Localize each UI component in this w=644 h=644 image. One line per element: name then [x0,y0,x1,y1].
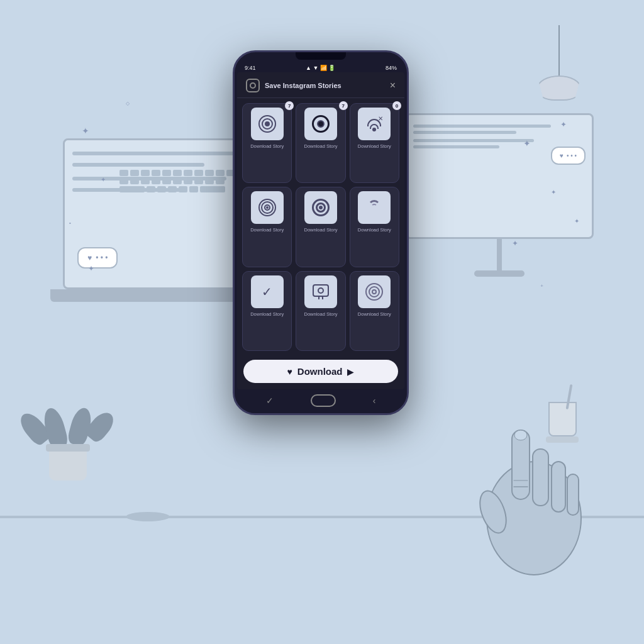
story-thumbnail-1 [251,108,284,140]
story-label-9: Download Story [358,311,391,317]
phone-notch [296,52,346,60]
status-icons: ▲ ▼ 📶 🔋 [306,65,335,71]
instagram-icon-inner [250,82,256,89]
monitor-decoration: ♥ • • • ✦ ✦ [392,113,606,289]
story-thumbnail-7: ✓ [251,275,284,308]
header-left: Save Instagram Stories [246,79,341,92]
story-thumbnail-8 [304,275,337,308]
story-card-4[interactable]: Download Story [242,187,292,267]
story-card-8[interactable]: Download Story [296,271,345,351]
svg-rect-3 [552,462,565,512]
bottom-back-button[interactable]: ‹ [373,396,376,406]
status-bar: 9:41 ▲ ▼ 📶 🔋 84% [235,62,407,72]
bottom-check-button[interactable]: ✓ [266,396,274,406]
play-icon: ▶ [347,367,354,377]
download-button-label: Download [297,366,343,377]
story-card-1[interactable]: 7 Download Story [242,103,292,183]
sparkle-3: • [69,220,71,226]
app-header: Save Instagram Stories × [237,72,404,98]
story-label-5: Download Story [304,227,338,233]
story-thumbnail-2 [304,108,337,140]
sparkle-5: ◇ [126,101,130,106]
plant-decoration [38,407,98,480]
phone-bottom-bar: ✓ ‹ [235,389,407,413]
sparkle-8: ✦ [512,239,518,248]
sparkle-9: + [540,283,543,289]
story-card-2[interactable]: 7 Download Story [296,103,345,183]
desk-disc [126,512,170,521]
status-battery: 84% [386,65,397,71]
story-label-7: Download Story [250,311,284,317]
story-thumbnail-3: ✕ [358,108,391,140]
story-label-4: Download Story [250,227,284,233]
story-label-6: Download Story [358,227,391,233]
lamp-decoration [537,25,581,101]
status-time: 9:41 [245,65,256,71]
svg-rect-4 [567,474,579,515]
story-card-6[interactable]: Download Story [350,187,399,267]
sparkle-1: ✦ [82,126,89,136]
story-badge-3: 0 [392,101,401,110]
close-button[interactable]: × [390,80,396,91]
keyboard-decoration [119,170,245,208]
sparkle-6: ✦ [523,138,531,148]
story-card-5[interactable]: Download Story [296,187,345,267]
sparkle-4: ✦ [88,264,94,273]
story-label-1: Download Story [250,143,284,149]
story-badge-2: 7 [339,101,348,110]
heart-icon: ♥ [287,367,292,377]
phone: 9:41 ▲ ▼ 📶 🔋 84% Save Instagram Stories … [233,50,409,415]
app-title: Save Instagram Stories [265,82,341,89]
download-button[interactable]: ♥ Download ▶ [243,360,398,383]
story-badge-1: 7 [285,101,294,110]
sparkle-7: ✦ [551,189,556,196]
story-card-3[interactable]: 0 ✕ Download Story [350,103,399,183]
svg-rect-2 [533,449,548,506]
stories-grid: 7 Download Story 7 [237,98,404,356]
bottom-home-button[interactable] [311,394,336,407]
svg-point-8 [514,430,527,440]
app-screen: Save Instagram Stories × 7 Download Stor… [237,72,404,389]
hand-illustration [458,392,609,594]
story-thumbnail-9 [358,275,391,308]
story-thumbnail-6 [358,191,391,224]
story-label-3: Download Story [358,143,391,149]
instagram-app-icon [246,79,260,92]
checkmark-icon: ✓ [262,284,272,299]
story-label-8: Download Story [304,311,338,317]
story-card-9[interactable]: Download Story [350,271,399,351]
sparkle-2: ✦ [101,176,106,183]
story-label-2: Download Story [304,143,338,149]
story-thumbnail-4 [251,191,284,224]
story-thumbnail-5 [304,191,337,224]
story-card-7[interactable]: ✓ Download Story [242,271,292,351]
